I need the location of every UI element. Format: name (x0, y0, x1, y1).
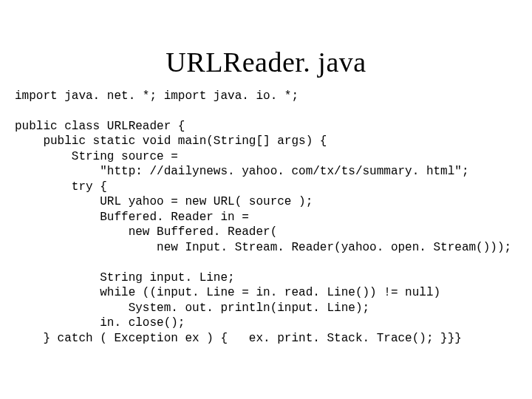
slide: URLReader. java import java. net. *; imp… (0, 46, 532, 399)
code-block: import java. net. *; import java. io. *;… (15, 89, 517, 346)
slide-title: URLReader. java (0, 46, 532, 78)
